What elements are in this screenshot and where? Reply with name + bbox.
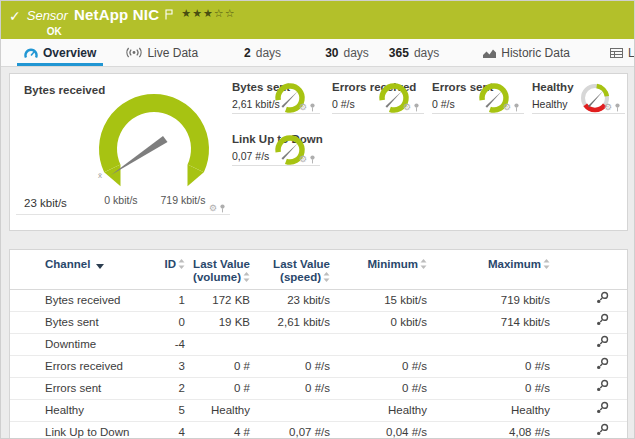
channel-name: Link Up to Down xyxy=(10,422,150,439)
gauge-min-label: 0 kbit/s xyxy=(91,194,151,206)
channel-id: 4 xyxy=(150,422,187,439)
star-rating[interactable]: ★★★☆☆ xyxy=(181,7,235,20)
channel-settings-icon[interactable] xyxy=(596,335,609,348)
gauge-panel-healthy[interactable]: Healthy Healthy ⚙ xyxy=(532,77,625,114)
channel-name: Bytes received xyxy=(10,290,150,312)
row-actions-cell xyxy=(552,356,627,378)
last-value-speed xyxy=(252,400,332,422)
tab-30-days[interactable]: 30 days xyxy=(316,39,378,66)
gauge-current-value: 0 #/s xyxy=(332,98,355,110)
panel-settings-gear-icon[interactable]: ⚙ xyxy=(299,103,307,112)
panel-settings-gear-icon[interactable]: ⚙ xyxy=(403,103,411,112)
channel-id: 5 xyxy=(150,400,187,422)
panel-pin-icon[interactable] xyxy=(219,204,226,213)
column-header-last-value-speed[interactable]: Last Value (speed) xyxy=(252,250,332,290)
table-row[interactable]: Healthy5HealthyHealthyHealthy xyxy=(10,400,627,422)
tab-365-days-word: days xyxy=(414,46,439,60)
gauge-needle xyxy=(111,136,168,175)
tab-live-data[interactable]: Live Data xyxy=(117,39,207,66)
row-actions-cell xyxy=(552,422,627,439)
panel-settings-gear-icon[interactable]: ⚙ xyxy=(299,155,307,164)
broadcast-icon xyxy=(126,47,142,58)
sort-icon[interactable] xyxy=(178,259,185,269)
channel-name: Errors sent xyxy=(10,378,150,400)
panel-pin-icon[interactable] xyxy=(614,103,621,112)
last-value-speed: 2,61 kbit/s xyxy=(252,312,332,334)
channel-id: 1 xyxy=(150,290,187,312)
channel-settings-icon[interactable] xyxy=(596,423,609,436)
panel-pin-icon[interactable] xyxy=(413,103,420,112)
row-actions-cell xyxy=(552,312,627,334)
row-actions-cell xyxy=(552,334,627,356)
object-kind-label: Sensor xyxy=(27,8,68,23)
gauge-panel-link-up-to-down[interactable]: Link Up to Down 0,07 #/s ⚙ xyxy=(232,129,320,166)
row-actions-cell xyxy=(552,378,627,400)
maximum-value: Healthy xyxy=(429,400,552,422)
gauge-current-value: 0 #/s xyxy=(432,98,455,110)
gauge-panel-errors-sent[interactable]: Errors sent 0 #/s ⚙ xyxy=(432,77,524,114)
column-header-last-value-volume[interactable]: Last Value (volume) xyxy=(187,250,252,290)
minimum-value: 0 kbit/s xyxy=(332,312,429,334)
tab-log[interactable]: Log xyxy=(601,39,635,66)
chart-icon xyxy=(483,48,496,58)
channel-table: Channel ID Last Value (volume) Last Valu… xyxy=(10,250,627,439)
panel-settings-gear-icon[interactable]: ⚙ xyxy=(604,103,612,112)
table-row[interactable]: Downtime-4 xyxy=(10,334,627,356)
table-row[interactable]: Link Up to Down44 #0,07 #/s0,04 #/s4,08 … xyxy=(10,422,627,439)
table-row[interactable]: Bytes received1172 KB23 kbit/s15 kbit/s7… xyxy=(10,290,627,312)
sort-icon[interactable] xyxy=(543,259,550,269)
favorite-flag-icon[interactable] xyxy=(165,9,173,20)
column-header-maximum[interactable]: Maximum xyxy=(429,250,552,290)
panel-settings-gear-icon[interactable]: ⚙ xyxy=(209,204,217,213)
channel-settings-icon[interactable] xyxy=(596,291,609,304)
channel-settings-icon[interactable] xyxy=(596,313,609,326)
last-value-speed: 0,07 #/s xyxy=(252,422,332,439)
minimum-value: 0 #/s xyxy=(332,356,429,378)
channel-settings-icon[interactable] xyxy=(596,357,609,370)
table-row[interactable]: Bytes sent019 KB2,61 kbit/s0 kbit/s714 k… xyxy=(10,312,627,334)
gauge-current-value: 2,61 kbit/s xyxy=(232,98,280,110)
channel-settings-icon[interactable] xyxy=(596,401,609,414)
sort-icon[interactable] xyxy=(243,272,250,282)
minimum-value: 0 #/s xyxy=(332,378,429,400)
column-header-minimum[interactable]: Minimum xyxy=(332,250,429,290)
row-actions-cell xyxy=(552,290,627,312)
last-value-volume xyxy=(187,334,252,356)
table-row[interactable]: Errors received30 #0 #/s0 #/s0 #/s xyxy=(10,356,627,378)
last-value-volume: 4 # xyxy=(187,422,252,439)
panel-pin-icon[interactable] xyxy=(309,155,316,164)
channel-name: Errors received xyxy=(10,356,150,378)
sensor-title: NetApp NIC xyxy=(74,6,159,23)
panel-pin-icon[interactable] xyxy=(309,103,316,112)
minimum-value: 15 kbit/s xyxy=(332,290,429,312)
tab-365-days[interactable]: 365 days xyxy=(380,39,448,66)
table-header-row: Channel ID Last Value (volume) Last Valu… xyxy=(10,250,627,290)
tab-365-days-number: 365 xyxy=(389,46,409,60)
sort-icon[interactable] xyxy=(323,272,330,282)
last-value-volume: 19 KB xyxy=(187,312,252,334)
tab-bar: Overview Live Data 2 days 30 days 365 da… xyxy=(1,39,634,67)
column-header-channel[interactable]: Channel xyxy=(10,250,150,290)
minimum-value: Healthy xyxy=(332,400,429,422)
gauge-panel-bytes-sent[interactable]: Bytes sent 2,61 kbit/s ⚙ xyxy=(232,77,320,114)
column-header-id[interactable]: ID xyxy=(150,250,187,290)
gauge-panel-bytes-received[interactable]: Bytes received x̄ 0 kbit/s 719 kbit/s 23… xyxy=(16,77,230,215)
gauge-panel-errors-received[interactable]: Errors received 0 #/s ⚙ xyxy=(332,77,424,114)
status-ok-check-icon: ✓ xyxy=(9,8,21,24)
channel-settings-icon[interactable] xyxy=(596,379,609,392)
tab-historic-data-label: Historic Data xyxy=(501,46,570,60)
panel-pin-icon[interactable] xyxy=(513,103,520,112)
table-row[interactable]: Errors sent20 #0 #/s0 #/s0 #/s xyxy=(10,378,627,400)
tab-2-days[interactable]: 2 days xyxy=(235,39,290,66)
gauge-icon xyxy=(24,47,38,59)
last-value-speed xyxy=(252,334,332,356)
panel-settings-gear-icon[interactable]: ⚙ xyxy=(503,103,511,112)
sort-icon[interactable] xyxy=(420,259,427,269)
tab-overview[interactable]: Overview xyxy=(15,39,105,66)
tab-historic-data[interactable]: Historic Data xyxy=(474,39,579,66)
average-marker: x̄ xyxy=(98,171,102,180)
status-badge: OK xyxy=(47,26,236,37)
channel-id: 2 xyxy=(150,378,187,400)
channel-table-panel: Channel ID Last Value (volume) Last Valu… xyxy=(9,249,628,439)
log-icon xyxy=(610,48,623,58)
